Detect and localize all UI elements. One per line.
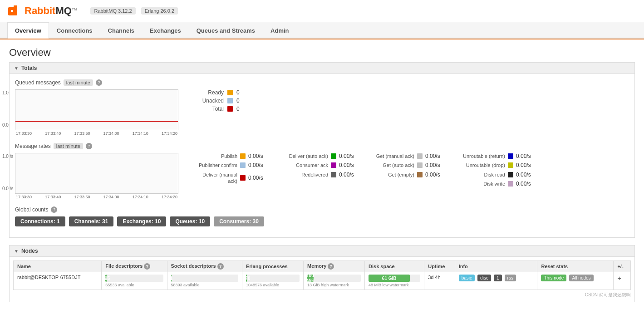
col-memory: Memory ? xyxy=(304,261,365,272)
nodes-section-header[interactable]: ▼ Nodes xyxy=(10,246,634,257)
rate-disk-write: Disk write 0.00/s xyxy=(455,181,539,187)
this-node-button[interactable]: This node xyxy=(541,275,566,281)
info-rss-badge[interactable]: rss xyxy=(505,275,516,281)
rate-get-manual: Get (manual ack) 0.00/s xyxy=(369,153,448,159)
rate-unroutable-return: Unroutable (return) 0.00/s xyxy=(455,153,539,159)
queued-stats: Ready 0 Unacked 0 Total 0 xyxy=(192,89,260,112)
stat-unacked: Unacked 0 xyxy=(192,98,260,104)
rate-deliver-auto: Deliver (auto ack) 0.00/s xyxy=(278,153,362,159)
stat-ready: Ready 0 xyxy=(192,89,260,96)
rates-stats: Publish 0.00/s Publisher confirm 0.00/s … xyxy=(192,153,539,187)
rate-unroutable-drop: Unroutable (drop) 0.00/s xyxy=(455,162,539,168)
global-counts: Global counts ? Connections: 1 Channels:… xyxy=(15,206,629,226)
node-name: rabbit@DESKTOP-6755DJT xyxy=(14,272,102,290)
rate-redelivered: Redelivered 0.00/s xyxy=(278,172,362,178)
info-basic-badge[interactable]: basic xyxy=(459,275,475,281)
node-erlang: 570 1048576 available xyxy=(242,272,303,290)
socket-available: 58893 available xyxy=(171,283,238,287)
erlang-version: Erlang 26.0.2 xyxy=(141,7,178,15)
rate-publisher-confirm: Publisher confirm 0.00/s xyxy=(192,162,271,168)
col-plusminus: +/- xyxy=(614,261,631,272)
erlang-available: 1048576 available xyxy=(246,283,300,287)
memory-watermark: 13 GiB high watermark xyxy=(307,283,361,287)
rabbitmq-logo-icon xyxy=(7,4,22,18)
node-disk: 61 GiB 48 MiB low watermark xyxy=(365,272,424,290)
col-file-desc: File descriptors ? xyxy=(102,261,167,272)
rate-get-empty: Get (empty) 0.00/s xyxy=(369,172,448,178)
rates-help-icon[interactable]: ? xyxy=(86,143,92,149)
rabbitmq-version: RabbitMQ 3.12.2 xyxy=(90,7,135,15)
logo-label: RabbitMQTM xyxy=(25,5,77,17)
disk-bar-wrap: 61 GiB xyxy=(369,275,420,282)
rates-x-labels: 17:33:30 17:33:40 17:33:50 17:34:00 17:3… xyxy=(15,195,178,199)
rate-disk-read: Disk read 0.00/s xyxy=(455,172,539,178)
header: RabbitMQTM RabbitMQ 3.12.2 Erlang 26.0.2 xyxy=(0,0,644,22)
nav-admin[interactable]: Admin xyxy=(263,22,296,39)
erlang-bar-wrap: 570 xyxy=(246,275,300,282)
rates-chart-container: 1.0 /s 0.0 /s 17:33:30 17:33:40 17:33:50… xyxy=(15,153,629,199)
file-desc-available: 65536 available xyxy=(105,283,163,287)
totals-arrow-icon: ▼ xyxy=(14,66,19,71)
queued-messages-label: Queued messages last minute ? xyxy=(15,79,629,86)
queued-x-labels: 17:33:30 17:33:40 17:33:50 17:34:00 17:3… xyxy=(15,131,178,136)
node-memory: 100 MiB 13 GiB high watermark xyxy=(304,272,365,290)
nav-overview[interactable]: Overview xyxy=(7,22,49,39)
connections-badge[interactable]: Connections: 1 xyxy=(15,216,65,226)
rates-col-3: Get (manual ack) 0.00/s Get (auto ack) 0… xyxy=(369,153,448,187)
nodes-section-title: Nodes xyxy=(21,248,38,254)
nodes-table: Name File descriptors ? Socket descripto… xyxy=(13,260,631,290)
info-disc-badge[interactable]: disc xyxy=(477,275,491,281)
nav-connections[interactable]: Connections xyxy=(49,22,100,39)
node-file-desc: 395 65536 available xyxy=(102,272,167,290)
queued-chart-box xyxy=(15,89,178,130)
col-reset: Reset stats xyxy=(537,261,614,272)
totals-section: ▼ Totals Queued messages last minute ? 1… xyxy=(9,62,635,238)
logo: RabbitMQTM xyxy=(7,4,77,18)
unacked-color xyxy=(227,98,233,103)
col-disk: Disk space xyxy=(365,261,424,272)
nav-channels[interactable]: Channels xyxy=(100,22,143,39)
queued-time-badge[interactable]: last minute xyxy=(64,79,93,86)
global-counts-help-icon[interactable]: ? xyxy=(51,206,57,213)
watermark: CSDN @可是我还饿啊 xyxy=(13,292,631,298)
main-content: Overview ▼ Totals Queued messages last m… xyxy=(0,39,644,317)
rates-col-1: Publish 0.00/s Publisher confirm 0.00/s … xyxy=(192,153,271,187)
memory-bar-wrap: 100 MiB xyxy=(307,275,361,282)
totals-section-header[interactable]: ▼ Totals xyxy=(10,63,634,74)
col-name: Name xyxy=(14,261,102,272)
plusminus-icon[interactable]: + xyxy=(617,275,621,282)
rates-time-badge[interactable]: last minute xyxy=(54,143,83,149)
rates-y-top: 1.0 /s xyxy=(2,154,13,159)
queued-y-top: 1.0 xyxy=(2,90,9,95)
col-uptime: Uptime xyxy=(424,261,455,272)
global-counts-label: Global counts ? xyxy=(15,206,629,213)
consumers-badge[interactable]: Consumers: 30 xyxy=(214,216,264,226)
rates-chart-box xyxy=(15,153,178,194)
stat-total: Total 0 xyxy=(192,106,260,112)
count-badges-container: Connections: 1 Channels: 31 Exchanges: 1… xyxy=(15,216,629,226)
exchanges-badge[interactable]: Exchanges: 10 xyxy=(117,216,166,226)
file-desc-bar-wrap: 395 xyxy=(105,275,163,282)
nav-exchanges[interactable]: Exchanges xyxy=(142,22,189,39)
rates-col-2: Deliver (auto ack) 0.00/s Consumer ack 0… xyxy=(278,153,362,187)
nav-queues[interactable]: Queues and Streams xyxy=(189,22,263,39)
total-color xyxy=(227,106,233,112)
rate-deliver-manual: Deliver (manual ack) 0.00/s xyxy=(192,172,271,185)
rate-get-auto: Get (auto ack) 0.00/s xyxy=(369,162,448,168)
queued-y-bottom: 0.0 xyxy=(2,123,9,128)
node-reset-stats: This node All nodes xyxy=(537,272,614,290)
all-nodes-button[interactable]: All nodes xyxy=(569,275,593,281)
message-rates-section: Message rates last minute ? 1.0 /s 0.0 /… xyxy=(15,143,629,199)
totals-section-title: Totals xyxy=(21,65,37,71)
socket-bar: 1 xyxy=(171,275,172,282)
rates-chart-wrapper: 1.0 /s 0.0 /s 17:33:30 17:33:40 17:33:50… xyxy=(15,153,178,199)
channels-badge[interactable]: Channels: 31 xyxy=(69,216,114,226)
message-rates-label: Message rates last minute ? xyxy=(15,143,629,149)
queued-help-icon[interactable]: ? xyxy=(96,79,102,86)
queues-badge[interactable]: Queues: 10 xyxy=(170,216,210,226)
disk-bar: 61 GiB xyxy=(369,275,410,282)
node-row: rabbit@DESKTOP-6755DJT 395 65536 availab… xyxy=(14,272,631,290)
info-1-badge[interactable]: 1 xyxy=(494,275,502,281)
node-plusminus[interactable]: + xyxy=(614,272,631,290)
rate-consumer-ack: Consumer ack 0.00/s xyxy=(278,162,362,168)
